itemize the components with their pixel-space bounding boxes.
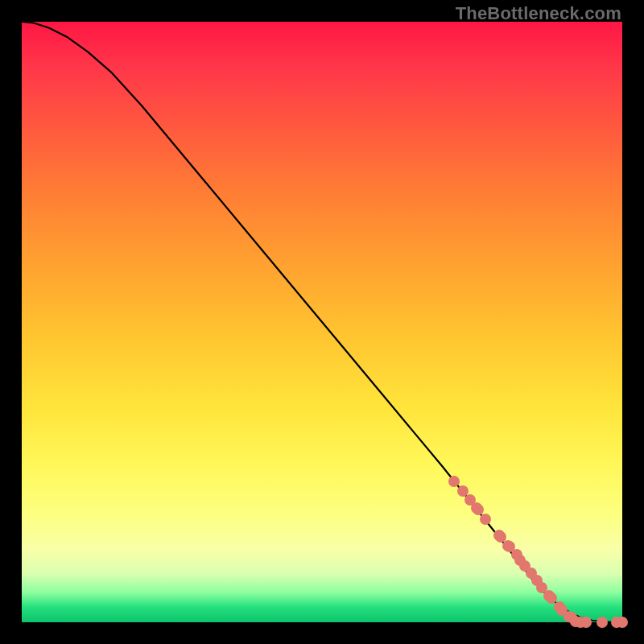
- scatter-point: [480, 514, 491, 525]
- scatter-point: [617, 617, 628, 628]
- scatter-point: [597, 617, 608, 628]
- curve-path: [22, 22, 622, 622]
- scatter-point: [448, 476, 460, 487]
- plot-area: [22, 22, 622, 622]
- curve-svg: [22, 22, 622, 622]
- scatter-point: [580, 617, 592, 628]
- chart-stage: TheBottleneck.com: [0, 0, 644, 644]
- scatter-point: [473, 504, 484, 515]
